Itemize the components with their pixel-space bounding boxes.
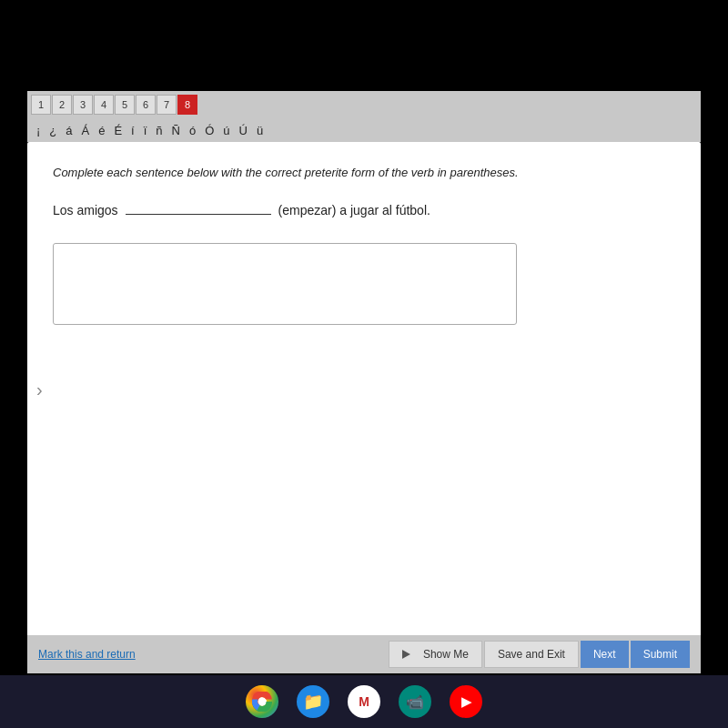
video-icon bbox=[402, 650, 415, 659]
sentence-suffix: (empezar) a jugar al fútbol. bbox=[278, 203, 430, 217]
taskbar: 📁 M 📹 ▶ bbox=[0, 675, 728, 728]
tab-8[interactable]: 8 bbox=[177, 95, 197, 115]
char-a-acute-upper[interactable]: Á bbox=[80, 123, 92, 138]
char-i-acute-lower[interactable]: í bbox=[129, 123, 136, 138]
sentence-row: Los amigos (empezar) a jugar al fútbol. bbox=[53, 202, 675, 217]
mark-return-link[interactable]: Mark this and return bbox=[38, 648, 136, 661]
char-n-tilde-upper[interactable]: Ñ bbox=[170, 123, 182, 138]
answer-input[interactable] bbox=[53, 243, 517, 325]
main-content-panel: › Complete each sentence below with the … bbox=[27, 142, 701, 637]
number-tab-bar: 1 2 3 4 5 6 7 8 bbox=[27, 91, 701, 118]
taskbar-chrome-icon[interactable] bbox=[246, 685, 278, 718]
tab-2[interactable]: 2 bbox=[52, 95, 72, 115]
tab-6[interactable]: 6 bbox=[136, 95, 156, 115]
action-buttons: Show Me Save and Exit Next Submit bbox=[389, 641, 690, 668]
char-o-acute-lower[interactable]: ó bbox=[187, 123, 197, 138]
sentence-prefix: Los amigos bbox=[53, 203, 118, 217]
char-n-tilde-lower[interactable]: ñ bbox=[154, 123, 164, 138]
char-u-acute-lower[interactable]: ú bbox=[221, 123, 231, 138]
char-o-acute-upper[interactable]: Ó bbox=[203, 123, 216, 138]
taskbar-meet-icon[interactable]: 📹 bbox=[399, 685, 431, 718]
tab-3[interactable]: 3 bbox=[73, 95, 93, 115]
save-exit-button[interactable]: Save and Exit bbox=[484, 641, 579, 668]
submit-button[interactable]: Submit bbox=[631, 641, 690, 668]
tab-1[interactable]: 1 bbox=[31, 95, 51, 115]
character-bar: ¡ ¿ á Á é É í ï ñ Ñ ó Ó ú Ú ü bbox=[27, 118, 701, 142]
char-i-diaeresis-lower[interactable]: ï bbox=[142, 123, 149, 138]
char-u-acute-upper[interactable]: Ú bbox=[238, 123, 249, 138]
char-u-diaeresis-lower[interactable]: ü bbox=[255, 123, 265, 138]
tab-5[interactable]: 5 bbox=[115, 95, 135, 115]
char-e-acute-lower[interactable]: é bbox=[96, 123, 106, 138]
char-e-acute-upper[interactable]: É bbox=[112, 123, 124, 138]
taskbar-gmail-icon[interactable]: M bbox=[348, 685, 380, 718]
char-a-acute-lower[interactable]: á bbox=[64, 123, 74, 138]
sentence-blank bbox=[126, 202, 271, 215]
taskbar-files-icon[interactable]: 📁 bbox=[297, 685, 329, 718]
char-inverted-exclamation[interactable]: ¡ bbox=[35, 123, 42, 138]
side-indicator: › bbox=[36, 379, 43, 400]
instruction-text: Complete each sentence below with the co… bbox=[53, 164, 675, 182]
bottom-action-bar: Mark this and return Show Me Save and Ex… bbox=[27, 635, 701, 673]
char-inverted-question[interactable]: ¿ bbox=[47, 123, 58, 138]
next-button[interactable]: Next bbox=[581, 641, 629, 668]
show-me-button[interactable]: Show Me bbox=[389, 641, 482, 668]
tab-7[interactable]: 7 bbox=[157, 95, 177, 115]
taskbar-youtube-icon[interactable]: ▶ bbox=[450, 685, 482, 718]
tab-4[interactable]: 4 bbox=[94, 95, 114, 115]
